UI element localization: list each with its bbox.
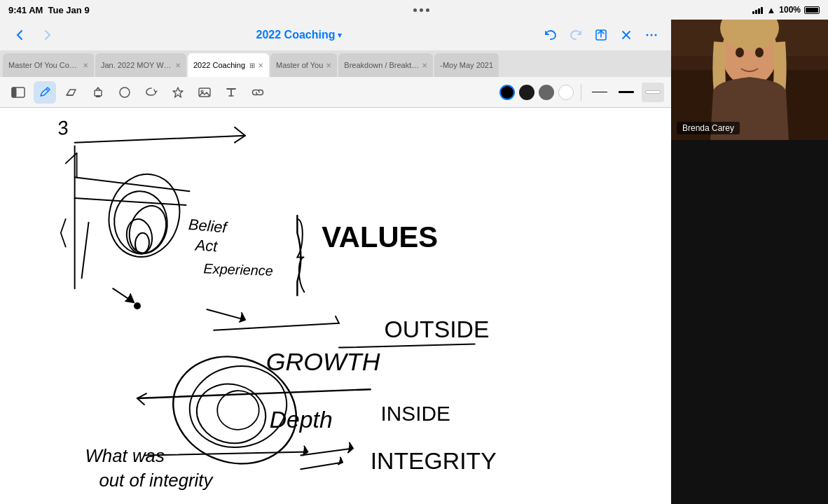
video-panel: Brenda Carey <box>671 0 828 504</box>
tab-close-icon[interactable]: ✕ <box>326 62 331 69</box>
shape-tool-button[interactable] <box>113 81 136 104</box>
belief-text: Belief <box>188 216 229 237</box>
tab-close-icon[interactable]: ✕ <box>175 62 181 69</box>
tab-breakdown[interactable]: Breakdown / Breakthr... ✕ <box>338 53 433 77</box>
experience-text: Experience <box>203 260 273 278</box>
tab-close-icon[interactable]: ✕ <box>83 62 88 69</box>
image-tool-button[interactable] <box>193 81 216 104</box>
close-button[interactable] <box>615 24 637 46</box>
more-button[interactable] <box>640 24 663 46</box>
color-black-button[interactable] <box>499 85 515 100</box>
cellular-signal-icon <box>752 6 763 14</box>
status-time: 9:41 AM Tue Jan 9 <box>8 5 90 15</box>
svg-point-14 <box>100 167 189 265</box>
tab-close-icon[interactable]: ✕ <box>422 62 427 69</box>
svg-rect-6 <box>95 90 102 96</box>
color-white-button[interactable] <box>558 85 574 100</box>
svg-point-36 <box>736 48 744 57</box>
svg-line-11 <box>75 136 245 143</box>
back-button[interactable] <box>8 24 31 46</box>
tab-spacer <box>500 53 668 77</box>
svg-point-37 <box>755 48 764 57</box>
lasso-tool-button[interactable] <box>140 81 163 104</box>
values-text: VALUES <box>322 220 438 253</box>
pen-tool-button[interactable] <box>34 81 56 104</box>
whiteboard-svg: 3 Belief Act Experience VALUE <box>0 108 671 504</box>
toolbar-divider <box>581 84 581 101</box>
act-text: Act <box>193 236 219 255</box>
tab-moy-may-2021[interactable]: -Moy May 2021 <box>434 53 499 77</box>
canvas-area: 3 Belief Act Experience VALUE <box>0 108 671 504</box>
line-thick-button[interactable] <box>642 83 664 102</box>
status-bar: 9:41 AM Tue Jan 9 ▲ 100% <box>0 0 828 20</box>
status-dots <box>413 8 429 12</box>
color-darkgray-button[interactable] <box>519 85 534 100</box>
status-indicators: ▲ 100% <box>752 5 820 15</box>
forward-button[interactable] <box>36 24 59 46</box>
inside-text: INSIDE <box>381 402 450 425</box>
star-tool-button[interactable] <box>167 81 189 104</box>
nav-title-area: 2022 Coaching ▾ <box>64 29 534 41</box>
tab-master-of-you-course[interactable]: Master Of You Course ✕ <box>3 53 94 77</box>
battery-icon <box>804 6 820 14</box>
svg-point-3 <box>655 34 657 36</box>
line-thin-button[interactable] <box>588 83 611 102</box>
integrity-text: INTEGRITY <box>371 447 497 474</box>
depth-text: Depth <box>270 406 333 433</box>
number-3-label: 3 <box>55 116 70 139</box>
what-was-text: What was <box>85 446 165 465</box>
svg-rect-7 <box>96 95 100 97</box>
tab-expand-icon: ⊞ <box>249 62 255 69</box>
dropdown-icon: ▾ <box>338 31 342 40</box>
video-feed: Brenda Carey <box>671 0 828 140</box>
svg-line-23 <box>214 323 339 330</box>
growth-text: GROWTH <box>266 348 380 376</box>
nav-bar: 2022 Coaching ▾ <box>0 20 671 50</box>
svg-point-8 <box>120 88 130 97</box>
eraser-tool-button[interactable] <box>60 81 83 104</box>
svg-rect-5 <box>12 88 16 97</box>
tab-master-of-you[interactable]: Master of You ✕ <box>270 53 337 77</box>
svg-line-12 <box>235 127 245 136</box>
tab-2022-coaching[interactable]: 2022 Coaching ⊞ ✕ <box>188 53 269 77</box>
video-panel-rest <box>671 140 828 504</box>
toolbar <box>0 77 671 108</box>
text-tool-button[interactable] <box>220 81 242 104</box>
out-of-integrity-text: out of integrity <box>99 470 214 490</box>
link-tool-button[interactable] <box>247 81 269 104</box>
line-medium-button[interactable] <box>615 83 637 102</box>
page-title[interactable]: 2022 Coaching ▾ <box>256 29 343 41</box>
svg-point-1 <box>647 34 649 36</box>
video-name-badge: Brenda Carey <box>677 122 740 134</box>
svg-line-20 <box>75 198 186 205</box>
person-video-svg <box>671 0 828 140</box>
wifi-icon: ▲ <box>766 5 775 15</box>
undo-button[interactable] <box>539 24 562 46</box>
nav-right-buttons <box>539 24 663 46</box>
color-gray-button[interactable] <box>539 85 554 100</box>
svg-line-24 <box>336 316 339 323</box>
upload-button[interactable] <box>590 24 612 46</box>
svg-point-22 <box>134 302 141 309</box>
svg-point-27 <box>190 377 272 451</box>
redo-button[interactable] <box>565 24 587 46</box>
highlighter-tool-button[interactable] <box>87 81 109 104</box>
outside-text: OUTSIDE <box>385 316 490 342</box>
tabs-bar: Master Of You Course ✕ Jan. 2022 MOY Wor… <box>0 50 671 77</box>
tab-close-icon[interactable]: ✕ <box>258 62 263 69</box>
svg-point-2 <box>651 34 653 36</box>
battery-percent: 100% <box>779 5 801 15</box>
svg-point-15 <box>111 189 170 256</box>
svg-line-21 <box>82 223 89 278</box>
svg-line-19 <box>75 177 190 191</box>
tab-jan-2022[interactable]: Jan. 2022 MOY Work... ✕ <box>95 53 186 77</box>
sidebar-toggle-button[interactable] <box>7 81 29 104</box>
svg-line-30 <box>339 344 475 348</box>
